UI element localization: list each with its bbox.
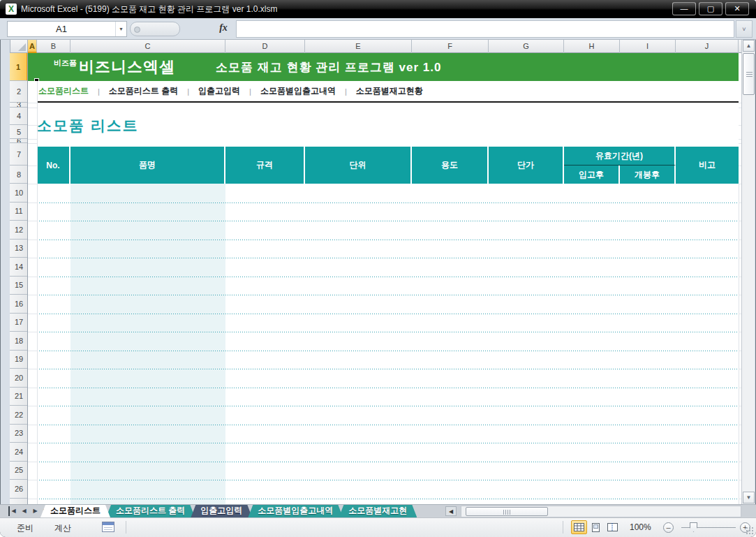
insert-function-button[interactable]: fx	[214, 22, 233, 34]
row-header-16[interactable]: 16	[10, 295, 28, 314]
vertical-scrollbar-thumb[interactable]	[743, 53, 755, 95]
row-header-23[interactable]: 23	[10, 425, 28, 443]
column-header-G[interactable]: G	[489, 40, 564, 53]
gridline	[28, 277, 37, 277]
column-header-I[interactable]: I	[620, 40, 676, 53]
row-header-11[interactable]: 11	[10, 203, 28, 221]
page-break-icon	[607, 523, 618, 531]
table-header-6: 단가	[489, 147, 564, 184]
row-header-14[interactable]: 14	[10, 258, 28, 277]
row-separator-dotted-line	[37, 258, 739, 258]
formula-bar-expand-button[interactable]: ˅	[736, 20, 753, 38]
row-header-27[interactable]: 27	[10, 499, 28, 505]
gridline	[28, 184, 37, 184]
zoom-level-label[interactable]: 100%	[630, 522, 651, 532]
sheet-tab-4[interactable]: 소모품별입출고내역	[248, 505, 343, 517]
record-macro-icon[interactable]	[102, 522, 114, 532]
calculate-indicator[interactable]: 계산	[54, 522, 71, 534]
row-header-17[interactable]: 17	[10, 314, 28, 332]
gridline	[28, 462, 37, 462]
page-layout-view-button[interactable]	[588, 520, 604, 534]
row-header-20[interactable]: 20	[10, 369, 28, 388]
row-header-13[interactable]: 13	[10, 240, 28, 258]
column-header-F[interactable]: F	[412, 40, 489, 53]
row-header-7[interactable]: 7	[10, 143, 28, 165]
column-header-D[interactable]: D	[225, 40, 305, 53]
normal-view-icon	[574, 523, 584, 531]
row-header-24[interactable]: 24	[10, 443, 28, 462]
window-resize-grip[interactable]	[746, 527, 754, 535]
row-header-25[interactable]: 25	[10, 462, 28, 480]
worksheet-grid[interactable]: 비즈폼 비즈니스엑셀 소모품 재고 현황 관리 프로그램 ver 1.0 소모품…	[28, 53, 741, 504]
minimize-button[interactable]: —	[672, 2, 696, 15]
normal-view-button[interactable]	[571, 520, 587, 534]
row-header-2[interactable]: 2	[10, 81, 28, 103]
row-header-26[interactable]: 26	[10, 480, 28, 499]
first-sheet-button[interactable]: ◀	[8, 506, 17, 516]
tab-scroll-left-button[interactable]: ◀	[445, 506, 457, 516]
row-header-22[interactable]: 22	[10, 406, 28, 425]
nav-item-5[interactable]: 소모품별재고현황	[356, 85, 423, 97]
row-header-21[interactable]: 21	[10, 388, 28, 406]
next-sheet-button[interactable]: ▶	[31, 506, 40, 516]
name-box-dropdown-icon[interactable]: ▼	[115, 22, 126, 36]
row-header-8[interactable]: 8	[10, 165, 28, 184]
sheet-tab-1[interactable]: 소모품리스트	[40, 505, 110, 517]
scroll-down-button[interactable]: ▼	[743, 492, 755, 503]
gridline	[28, 108, 37, 108]
vertical-scrollbar[interactable]: ▲ ▼	[741, 40, 755, 504]
maximize-button[interactable]: ▢	[699, 2, 722, 15]
row-separator-dotted-line	[37, 295, 739, 295]
column-header-A[interactable]: A	[28, 40, 37, 53]
gridline	[28, 388, 37, 388]
nav-item-2[interactable]: 소모품리스트 출력	[109, 85, 178, 97]
column-header-J[interactable]: J	[676, 40, 739, 53]
row-header-1[interactable]: 1	[10, 53, 28, 81]
row-header-19[interactable]: 19	[10, 351, 28, 369]
row-header-5[interactable]: 5	[10, 125, 28, 139]
section-title: 소모품 리스트	[37, 116, 139, 135]
nav-item-1[interactable]: 소모품리스트	[38, 85, 89, 97]
nav-item-3[interactable]: 입출고입력	[198, 85, 240, 97]
horizontal-scrollbar[interactable]	[461, 506, 741, 517]
nav-item-4[interactable]: 소모품별입출고내역	[260, 85, 336, 97]
sheet-tab-bar: ◀ ◀ ▶ ▶ 소모품리스트소모품리스트 출력입출고입력소모품별입출고내역소모품…	[0, 504, 756, 517]
page-break-preview-button[interactable]	[605, 520, 621, 534]
name-box[interactable]: A1 ▼	[7, 21, 127, 37]
row-header-10[interactable]: 10	[10, 184, 28, 203]
sheet-tab-3[interactable]: 입출고입력	[191, 505, 252, 517]
excel-app-icon[interactable]: X	[6, 3, 17, 15]
gridline	[28, 314, 37, 314]
zoom-slider-track[interactable]	[681, 527, 736, 528]
sheet-tab-5[interactable]: 소모품별재고현	[339, 505, 417, 517]
gridline	[28, 258, 37, 258]
close-button[interactable]: ✕	[725, 2, 749, 15]
formula-bar-splitter[interactable]	[130, 22, 180, 36]
row-separator-dotted-line	[37, 332, 739, 332]
table-header-remarks: 비고	[676, 147, 739, 184]
row-separator-dotted-line	[37, 443, 739, 443]
horizontal-scrollbar-thumb[interactable]	[466, 507, 548, 516]
program-banner: 비즈폼 비즈니스엑셀 소모품 재고 현황 관리 프로그램 ver 1.0	[28, 53, 739, 81]
row-header-12[interactable]: 12	[10, 221, 28, 240]
row-header-4[interactable]: 4	[10, 108, 28, 125]
sheet-tab-2[interactable]: 소모품리스트 출력	[106, 505, 195, 517]
window-title: Microsoft Excel - (5199) 소모품 재고 현황 관리 프로…	[21, 3, 277, 15]
table-subheader-2: 개봉후	[620, 165, 676, 184]
formula-input[interactable]	[236, 20, 734, 38]
column-header-B[interactable]: B	[37, 40, 71, 53]
row-separator-dotted-line	[37, 480, 739, 480]
zoom-slider-thumb[interactable]	[690, 522, 697, 532]
row-header-18[interactable]: 18	[10, 332, 28, 351]
row-header-15[interactable]: 15	[10, 277, 28, 295]
column-header-H[interactable]: H	[564, 40, 620, 53]
row-header-3[interactable]: 3	[10, 103, 28, 108]
column-header-E[interactable]: E	[305, 40, 412, 53]
scroll-up-button[interactable]: ▲	[743, 40, 755, 52]
zoom-out-button[interactable]: –	[663, 522, 674, 533]
gridline	[739, 184, 739, 504]
column-header-C[interactable]: C	[71, 40, 225, 53]
select-all-corner[interactable]	[10, 40, 28, 53]
thumb-grip-icon	[503, 510, 504, 515]
previous-sheet-button[interactable]: ◀	[20, 506, 29, 516]
